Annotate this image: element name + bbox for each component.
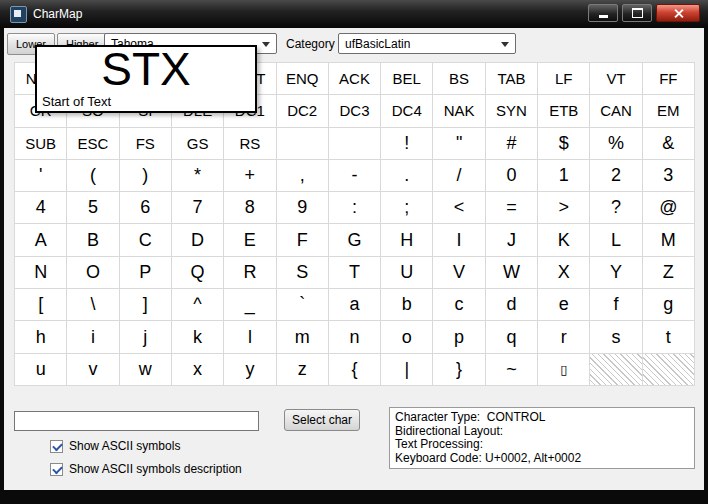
grid-cell[interactable]: ACK: [329, 63, 381, 95]
close-button[interactable]: [656, 4, 700, 22]
grid-cell[interactable]: z: [277, 354, 329, 386]
grid-cell[interactable]: Y: [590, 257, 642, 289]
grid-cell[interactable]: *: [172, 160, 224, 192]
grid-cell[interactable]: $: [538, 128, 590, 160]
grid-cell[interactable]: L: [590, 224, 642, 256]
grid-cell[interactable]: I: [433, 224, 485, 256]
grid-cell[interactable]: ,: [277, 160, 329, 192]
grid-cell[interactable]: EM: [643, 95, 695, 127]
grid-cell[interactable]: ]: [120, 289, 172, 321]
grid-cell[interactable]: O: [67, 257, 119, 289]
grid-cell[interactable]: >: [538, 192, 590, 224]
grid-cell[interactable]: E: [224, 224, 276, 256]
grid-cell[interactable]: h: [15, 321, 67, 353]
grid-cell[interactable]: !: [381, 128, 433, 160]
grid-cell[interactable]: VT: [590, 63, 642, 95]
grid-cell[interactable]: p: [433, 321, 485, 353]
grid-cell[interactable]: x: [172, 354, 224, 386]
grid-cell[interactable]: D: [172, 224, 224, 256]
minimize-button[interactable]: [588, 4, 618, 22]
grid-cell[interactable]: G: [329, 224, 381, 256]
grid-cell[interactable]: ETB: [538, 95, 590, 127]
checkbox-row[interactable]: Show ASCII symbols: [50, 439, 180, 453]
grid-cell[interactable]: e: [538, 289, 590, 321]
grid-cell[interactable]: n: [329, 321, 381, 353]
grid-cell[interactable]: S: [277, 257, 329, 289]
grid-cell[interactable]: FS: [120, 128, 172, 160]
grid-cell[interactable]: }: [433, 354, 485, 386]
grid-cell[interactable]: 5: [67, 192, 119, 224]
grid-cell[interactable]: CAN: [590, 95, 642, 127]
grid-cell[interactable]: T: [329, 257, 381, 289]
category-combobox[interactable]: ufBasicLatin: [338, 33, 516, 54]
grid-cell[interactable]: |: [381, 354, 433, 386]
grid-cell[interactable]: GS: [172, 128, 224, 160]
grid-cell[interactable]: C: [120, 224, 172, 256]
grid-cell[interactable]: t: [643, 321, 695, 353]
grid-cell[interactable]: ~: [486, 354, 538, 386]
title-bar[interactable]: CharMap: [0, 0, 708, 28]
grid-cell[interactable]: 7: [172, 192, 224, 224]
grid-cell[interactable]: R: [224, 257, 276, 289]
grid-cell[interactable]: 1: [538, 160, 590, 192]
grid-cell[interactable]: k: [172, 321, 224, 353]
grid-cell[interactable]: TAB: [486, 63, 538, 95]
grid-cell[interactable]: ENQ: [277, 63, 329, 95]
grid-cell[interactable]: DC3: [329, 95, 381, 127]
grid-cell[interactable]: P: [120, 257, 172, 289]
grid-cell[interactable]: ": [433, 128, 485, 160]
grid-cell[interactable]: a: [329, 289, 381, 321]
grid-cell[interactable]: K: [538, 224, 590, 256]
grid-cell[interactable]: ▯: [538, 354, 590, 386]
grid-cell[interactable]: +: [224, 160, 276, 192]
select-char-button[interactable]: Select char: [284, 409, 360, 431]
grid-cell[interactable]: B: [67, 224, 119, 256]
grid-cell[interactable]: g: [643, 289, 695, 321]
checkbox[interactable]: [50, 463, 63, 476]
grid-cell[interactable]: H: [381, 224, 433, 256]
grid-cell[interactable]: V: [433, 257, 485, 289]
grid-cell[interactable]: #: [486, 128, 538, 160]
grid-cell[interactable]: M: [643, 224, 695, 256]
grid-cell[interactable]: q: [486, 321, 538, 353]
grid-cell[interactable]: `: [277, 289, 329, 321]
grid-cell[interactable]: -: [329, 160, 381, 192]
grid-cell[interactable]: W: [486, 257, 538, 289]
grid-cell[interactable]: NAK: [433, 95, 485, 127]
grid-cell[interactable]: SUB: [15, 128, 67, 160]
grid-cell[interactable]: [329, 128, 381, 160]
grid-cell[interactable]: d: [486, 289, 538, 321]
grid-cell[interactable]: s: [590, 321, 642, 353]
grid-cell[interactable]: BS: [433, 63, 485, 95]
grid-cell[interactable]: 6: [120, 192, 172, 224]
grid-cell[interactable]: r: [538, 321, 590, 353]
grid-cell[interactable]: .: [381, 160, 433, 192]
grid-cell[interactable]: u: [15, 354, 67, 386]
grid-cell[interactable]: @: [643, 192, 695, 224]
grid-cell[interactable]: w: [120, 354, 172, 386]
grid-cell[interactable]: Q: [172, 257, 224, 289]
grid-cell[interactable]: 3: [643, 160, 695, 192]
grid-cell[interactable]: ESC: [67, 128, 119, 160]
grid-cell[interactable]: 8: [224, 192, 276, 224]
grid-cell[interactable]: j: [120, 321, 172, 353]
grid-cell[interactable]: F: [277, 224, 329, 256]
grid-cell[interactable]: \: [67, 289, 119, 321]
grid-cell[interactable]: RS: [224, 128, 276, 160]
grid-cell[interactable]: =: [486, 192, 538, 224]
grid-cell[interactable]: A: [15, 224, 67, 256]
grid-cell[interactable]: ': [15, 160, 67, 192]
grid-cell[interactable]: FF: [643, 63, 695, 95]
grid-cell[interactable]: f: [590, 289, 642, 321]
grid-cell[interactable]: <: [433, 192, 485, 224]
checkbox-row[interactable]: Show ASCII symbols description: [50, 462, 242, 476]
maximize-button[interactable]: [622, 4, 652, 22]
grid-cell[interactable]: ^: [172, 289, 224, 321]
grid-cell[interactable]: m: [277, 321, 329, 353]
grid-cell[interactable]: c: [433, 289, 485, 321]
grid-cell[interactable]: _: [224, 289, 276, 321]
grid-cell[interactable]: LF: [538, 63, 590, 95]
grid-cell[interactable]: {: [329, 354, 381, 386]
grid-cell[interactable]: N: [15, 257, 67, 289]
char-input[interactable]: [14, 411, 259, 431]
